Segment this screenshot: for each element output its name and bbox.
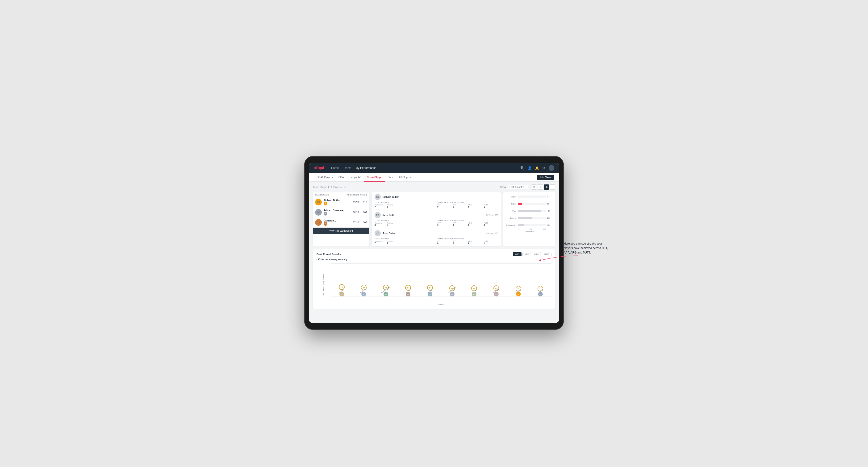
- avatar: RB: [375, 194, 381, 200]
- nav-teams[interactable]: Teams: [343, 165, 351, 170]
- search-icon[interactable]: 🔍: [520, 166, 524, 170]
- total-practice-group: Total Practice Activities OTT 0 APP: [437, 201, 498, 208]
- total-practice-group: Total Practice Activities OTT 0 APP: [437, 238, 498, 244]
- bar-row-d-bogeys: D. Bogeys + 131: [506, 223, 553, 227]
- filter-arg[interactable]: ARG: [532, 252, 541, 256]
- practice-value: 2: [387, 242, 393, 244]
- filter-app[interactable]: APP: [522, 252, 531, 256]
- leaderboard-panel: PLAYER NAME PB SCORE PB AVG SQ RB: [313, 192, 369, 247]
- period-select[interactable]: Last 3 months: [508, 185, 529, 189]
- practice-value: 6: [387, 206, 393, 208]
- avatar-initials: U: [551, 167, 552, 169]
- main-content: Team Clippd | 14 Players ✏ Show Last 3 m…: [309, 182, 559, 323]
- player-stat-row: RB Richard Butler Total Rounds: [372, 192, 501, 210]
- bell-icon[interactable]: 🔔: [535, 166, 539, 170]
- player-avatar: RB: [516, 292, 521, 297]
- content-grid: PLAYER NAME PB SCORE PB AVG SQ RB: [313, 192, 555, 247]
- bar-label: D. Bogeys +: [506, 224, 516, 226]
- player-stat-row: RB Rees Britt 02 Sep 2023 Total Rounds: [372, 210, 501, 228]
- streak-col-butler: 3x R. Butler RB: [507, 284, 530, 287]
- bar-value: 499: [547, 210, 553, 212]
- tournament-value: 7: [375, 206, 383, 208]
- avatar: CA: [315, 219, 322, 226]
- nav-home[interactable]: Home: [331, 165, 339, 170]
- pb-avg: 107: [361, 211, 367, 214]
- sub-nav-pgat[interactable]: PGAT Players: [314, 173, 336, 182]
- bar-label: Eagles: [506, 196, 516, 198]
- logo: clippd: [314, 166, 324, 170]
- player-avatar: CQ: [538, 292, 543, 297]
- edit-icon[interactable]: ✏: [344, 186, 346, 189]
- sub-nav-team-clippd[interactable]: Team Clippd: [364, 173, 385, 182]
- settings-view-btn[interactable]: ⋮: [550, 184, 555, 190]
- streaks-header: Best Round Streaks OTT APP ARG PUTT: [316, 252, 552, 256]
- view-leaderboard-button[interactable]: View Full Leaderboard: [313, 228, 369, 234]
- bar-value: 3: [547, 196, 553, 198]
- pb-avg: 103: [361, 221, 367, 224]
- grid-view-btn[interactable]: ⊞: [532, 184, 537, 190]
- table-row[interactable]: EC Edward Crossman 2: [313, 207, 369, 217]
- player-name: Cameron...: [323, 219, 336, 222]
- table-row[interactable]: CA Cameron... 3: [313, 217, 369, 228]
- bar-value: 311: [547, 217, 553, 219]
- streak-filter-buttons: OTT APP ARG PUTT: [513, 252, 552, 256]
- streak-col-ford: 4x D. Ford DF: [463, 284, 486, 287]
- tournament-value: 8: [375, 224, 383, 226]
- chart-view-btn[interactable]: ▦: [544, 184, 549, 190]
- team-header: Team Clippd | 14 Players ✏ Show Last 3 m…: [313, 184, 555, 190]
- pb-score: 17/20: [352, 221, 360, 224]
- streak-col-maher: 4x M. Maher MM: [485, 284, 507, 287]
- ott-value: 0: [437, 206, 452, 208]
- total-rounds-group: Total Rounds Tournament 7 Practice: [375, 238, 435, 244]
- sub-nav-hcaps[interactable]: Hcaps 1-5: [347, 173, 364, 182]
- col-player-name: PLAYER NAME: [315, 194, 347, 196]
- col-pb-score: PB SCORE: [347, 194, 357, 196]
- streak-col-mcherg: 6x B. McHerg BM: [353, 284, 375, 287]
- streak-col-quick: 3x C. Quick CQ: [529, 284, 552, 287]
- person-icon[interactable]: 👤: [528, 166, 532, 170]
- bar-row-birdies: Birdies 96: [506, 201, 553, 206]
- user-avatar[interactable]: U: [549, 165, 554, 171]
- player-stat-header: RB Richard Butler: [375, 194, 498, 200]
- x-axis-label: Players: [438, 303, 444, 305]
- y-axis-label: Best Streak, Fairway Accuracy: [323, 274, 324, 296]
- add-team-button[interactable]: Add Team: [537, 175, 554, 180]
- sub-nav-pga[interactable]: PGA: [336, 173, 347, 182]
- nav-my-performance[interactable]: My Performance: [355, 165, 376, 170]
- streak-chart: Best Streak, Fairway Accuracy: [316, 263, 552, 306]
- rank-badge: 2: [323, 212, 328, 216]
- show-label: Show: [500, 186, 506, 188]
- sub-nav: PGAT Players PGA Hcaps 1-5 Team Clippd T…: [309, 173, 559, 182]
- list-view-btn[interactable]: ≡: [538, 184, 543, 190]
- chart-title: Total Shots: [506, 230, 553, 232]
- player-stat-row: JC Josh Coles 26 Aug 2023 Total Rounds: [372, 228, 501, 247]
- table-row[interactable]: RB Richard Butler 1: [313, 197, 369, 207]
- sub-nav-tour[interactable]: Tour: [385, 173, 396, 182]
- bar-track: [518, 217, 546, 219]
- bar-track: [518, 203, 546, 205]
- bar-fill: [518, 195, 518, 198]
- stat-cols: Total Rounds Tournament 7 Practice: [375, 238, 498, 244]
- tournament-label: Tournament: [375, 204, 383, 206]
- rank-badge: 3: [323, 222, 328, 226]
- nav-bar: clippd Home Teams My Performance 🔍 👤 🔔 ⚙…: [309, 163, 559, 173]
- practice-stats: OTT 0 APP 0 ARG: [437, 204, 498, 208]
- filter-putt[interactable]: PUTT: [542, 252, 552, 256]
- player-info: EC Edward Crossman 2: [315, 209, 350, 216]
- rank-badge: 1: [323, 201, 328, 206]
- bar-fill: [518, 224, 524, 226]
- streak-col-crossman: 4x E. Crossman EC: [441, 284, 463, 287]
- pb-score: 19/20: [352, 201, 360, 204]
- player-date: 02 Sep 2023: [486, 214, 498, 216]
- filter-ott[interactable]: OTT: [513, 252, 522, 256]
- pb-avg: 110: [361, 201, 367, 204]
- player-name: Richard Butler: [382, 196, 496, 198]
- streaks-title: Best Round Streaks: [316, 253, 341, 256]
- player-date: 26 Aug 2023: [486, 232, 498, 235]
- sub-nav-all-players[interactable]: All Players: [396, 173, 414, 182]
- bar-fill: [518, 217, 532, 219]
- streak-col-coles: 5x J. Coles JC: [397, 284, 419, 287]
- player-info: CA Cameron... 3: [315, 219, 350, 226]
- avatar: RB: [375, 212, 381, 218]
- settings-icon[interactable]: ⚙: [542, 166, 545, 170]
